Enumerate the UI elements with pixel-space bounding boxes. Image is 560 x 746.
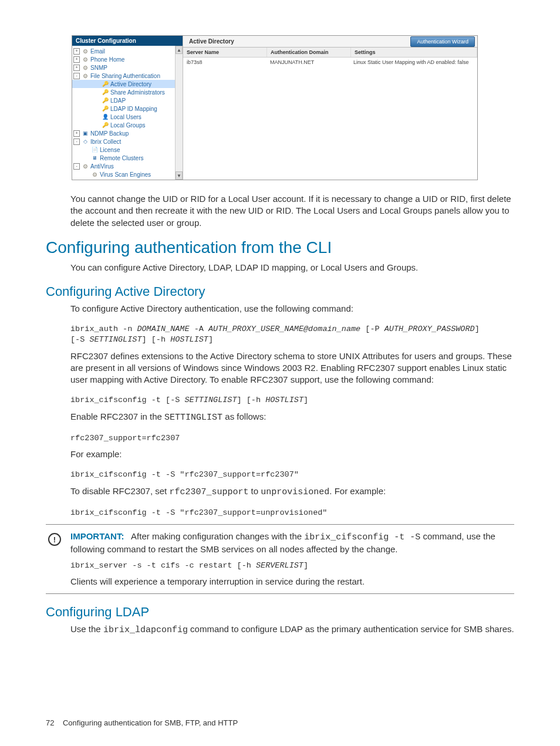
tree-label: NDMP Backup <box>90 130 129 137</box>
lic-icon: 📄 <box>91 146 98 153</box>
cmd-rfc-setting: rfc2307_support=rfc2307 <box>70 433 514 444</box>
cmd-cifs-enable: ibrix_cifsconfig -t [-S SETTINGLIST] [-h… <box>70 395 514 406</box>
scroll-down-icon[interactable]: ▼ <box>176 171 183 180</box>
main-pane: Active Directory Authentication Wizard S… <box>183 36 477 180</box>
tree-toggle-icon[interactable]: + <box>73 56 80 63</box>
h1-intro: You can configure Active Directory, LDAP… <box>70 262 514 274</box>
important-tail: Clients will experience a temporary inte… <box>70 576 514 588</box>
tree-label: Ibrix Collect <box>90 139 121 145</box>
tree-item-email[interactable]: +⚙Email <box>72 47 183 55</box>
col-settings: Settings <box>351 48 477 57</box>
tree-toggle-icon <box>95 114 100 120</box>
tree-label: Share Administrators <box>110 89 165 96</box>
tree-label: File Sharing Authentication <box>90 73 160 79</box>
tab-active-directory[interactable]: Active Directory <box>183 36 240 47</box>
auth-icon: 🔑 <box>102 80 109 87</box>
tree-toggle-icon[interactable]: + <box>73 65 80 71</box>
tree-item-ibrix-collect[interactable]: -◇Ibrix Collect <box>72 137 183 146</box>
grid-header: Server Name Authentication Domain Settin… <box>183 48 477 58</box>
tree-item-license[interactable]: 📄License <box>72 146 183 154</box>
auth-icon: 🔑 <box>102 89 109 96</box>
rem-icon: 🖥 <box>91 154 98 161</box>
tree-toggle-icon[interactable]: - <box>73 73 80 79</box>
tree-toggle-icon <box>95 123 100 128</box>
tree-item-file-sharing-authentication[interactable]: -⚙File Sharing Authentication <box>72 72 183 80</box>
col-icon: ◇ <box>82 138 89 145</box>
scroll-up-icon[interactable]: ▲ <box>176 46 183 54</box>
tree-toggle-icon <box>84 172 89 177</box>
rfc-para: RFC2307 defines extensions to the Active… <box>70 350 514 386</box>
box-icon: ▣ <box>82 130 89 137</box>
user-icon: 👤 <box>102 113 109 120</box>
uid-paragraph: You cannot change the UID or RID for a L… <box>70 193 514 229</box>
gear-icon: ⚙ <box>82 72 89 79</box>
tree-toggle-icon[interactable]: - <box>73 139 80 145</box>
important-icon: ! <box>48 533 61 546</box>
auth-wizard-button[interactable]: Authentication Wizard <box>410 36 475 47</box>
tree-label: Virus Scan Engines <box>100 171 151 178</box>
tree-label: AntiVirus <box>90 163 114 170</box>
cell-auth: MANJUNATH.NET <box>266 58 350 67</box>
page-number: 72 <box>46 718 54 727</box>
h1-cli: Configuring authentication from the CLI <box>46 238 514 257</box>
enable-line: Enable RFC2307 in the SETTINGLIST as fol… <box>70 411 514 424</box>
col-auth-domain: Authentication Domain <box>267 48 351 57</box>
scrollbar[interactable]: ▲ ▼ <box>175 46 183 180</box>
tree-toggle-icon[interactable]: + <box>73 48 80 55</box>
auth-icon: 🔑 <box>102 97 109 104</box>
tree-toggle-icon <box>95 98 100 103</box>
tree-label: Phone Home <box>90 56 124 63</box>
tree-label: SNMP <box>90 65 107 71</box>
sidebar-header: Cluster Configuration <box>72 36 183 46</box>
gear-icon: ⚙ <box>91 171 98 178</box>
h2-ad: Configuring Active Directory <box>46 284 514 299</box>
tree-item-ldap[interactable]: 🔑LDAP <box>72 96 183 104</box>
important-block: ! IMPORTANT: After making configuration … <box>46 524 514 594</box>
nav-tree: ▲ ▼ +⚙Email+⚙Phone Home+⚙SNMP-⚙File Shar… <box>72 46 183 180</box>
tree-item-remote-clusters[interactable]: 🖥Remote Clusters <box>72 154 183 162</box>
tree-label: Local Users <box>110 114 141 120</box>
footer-title: Configuring authentication for SMB, FTP,… <box>63 718 238 727</box>
tree-item-ndmp-backup[interactable]: +▣NDMP Backup <box>72 129 183 137</box>
tree-toggle-icon <box>95 82 100 87</box>
tree-label: LDAP ID Mapping <box>110 106 157 112</box>
tree-toggle-icon[interactable]: - <box>73 163 80 170</box>
h2-ldap: Configuring LDAP <box>46 605 514 620</box>
tree-item-ldap-id-mapping[interactable]: 🔑LDAP ID Mapping <box>72 104 183 113</box>
tree-label: Email <box>90 48 105 55</box>
tab-bar: Active Directory Authentication Wizard <box>183 36 477 48</box>
gear-icon: ⚙ <box>82 163 89 170</box>
tree-item-local-users[interactable]: 👤Local Users <box>72 113 183 121</box>
cmd-example-enable: ibrix_cifsconfig -t -S "rfc2307_support=… <box>70 470 514 480</box>
app-screenshot: Cluster Configuration ▲ ▼ +⚙Email+⚙Phone… <box>72 35 478 180</box>
cell-settings: Linux Static User Mapping with AD enable… <box>350 58 477 67</box>
cell-server: ib73s8 <box>183 58 266 67</box>
tree-label: License <box>100 147 120 153</box>
tree-toggle-icon <box>84 147 89 153</box>
tree-item-phone-home[interactable]: +⚙Phone Home <box>72 55 183 63</box>
auth-icon: 🔑 <box>102 121 109 129</box>
tree-item-share-administrators[interactable]: 🔑Share Administrators <box>72 88 183 96</box>
tree-label: Remote Clusters <box>100 155 143 161</box>
tree-toggle-icon[interactable]: + <box>73 130 80 137</box>
page-footer: 72 Configuring authentication for SMB, F… <box>46 718 238 727</box>
gear-icon: ⚙ <box>82 48 89 55</box>
cmd-ibrix-auth: ibrix_auth -n DOMAIN_NAME -A AUTH_PROXY_… <box>70 324 514 345</box>
tree-label: Local Groups <box>110 122 145 129</box>
for-example: For example: <box>70 448 514 460</box>
tree-toggle-icon <box>95 106 100 112</box>
ad-intro: To configure Active Directory authentica… <box>70 303 514 315</box>
tree-item-active-directory[interactable]: 🔑Active Directory <box>72 80 183 88</box>
sidebar: Cluster Configuration ▲ ▼ +⚙Email+⚙Phone… <box>72 36 183 180</box>
grid-row[interactable]: ib73s8 MANJUNATH.NET Linux Static User M… <box>183 58 477 67</box>
cmd-example-disable: ibrix_cifsconfig -t -S "rfc2307_support=… <box>70 508 514 518</box>
cmd-restart: ibrix_server -s -t cifs -c restart [-h S… <box>70 561 514 571</box>
tree-item-virus-scan-engines[interactable]: ⚙Virus Scan Engines <box>72 170 183 178</box>
tree-item-snmp[interactable]: +⚙SNMP <box>72 63 183 72</box>
gear-icon: ⚙ <box>82 64 89 71</box>
tree-item-antivirus[interactable]: -⚙AntiVirus <box>72 162 183 170</box>
tree-item-local-groups[interactable]: 🔑Local Groups <box>72 121 183 129</box>
ldap-para: Use the ibrix_ldapconfig command to conf… <box>70 623 514 636</box>
tree-toggle-icon <box>84 156 89 161</box>
gear-icon: ⚙ <box>82 56 89 63</box>
